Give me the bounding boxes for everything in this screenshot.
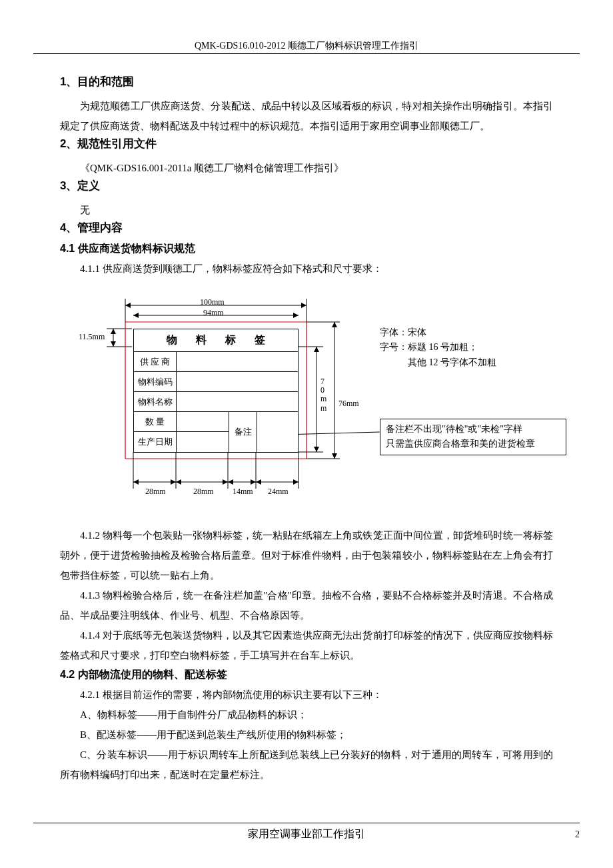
sec414: 4.1.4 对于底纸等无包装送货物料，以及其它因素造供应商无法出货前打印标签的情… (60, 625, 553, 665)
sec42b: B、配送标签——用于配送到总装生产线所使用的物料标签； (60, 725, 553, 745)
footer-title: 家用空调事业部工作指引 (53, 827, 560, 841)
sec421: 4.2.1 根据目前运作的需要，将内部物流使用的标识主要有以下三种： (60, 685, 553, 705)
dim70-3: m (320, 394, 326, 403)
dim-94mm: 94mm (203, 308, 224, 318)
font-note-line3: 其他 12 号字体不加粗 (380, 355, 496, 370)
font-note-line1: 字体：宋体 (380, 325, 496, 340)
sec413: 4.1.3 物料检验合格后，统一在备注栏加盖"合格"印章。抽检不合格，要贴不合格… (60, 585, 553, 625)
remark-note-box: 备注栏不出现"待检"或"未检"字样 只需盖供应商合格章和美的进货检章 (380, 419, 566, 455)
dim-76mm: 76mm (338, 399, 359, 409)
page-footer: 家用空调事业部工作指引 2 (33, 823, 580, 841)
sec2-ref: 《QMK-GDS16.001-2011a 顺德工厂物料仓储管理工作指引》 (60, 158, 553, 178)
sec3-body: 无 (60, 200, 553, 220)
dim-70mm: 7 0 m m (320, 377, 326, 413)
dim70-2: 0 (320, 385, 324, 395)
dim70-1: 7 (320, 377, 324, 386)
content: 1、目的和范围 为规范顺德工厂供应商送货、分装配送、成品中转以及区域看板的标识，… (33, 74, 580, 785)
dim-b1: 28mm (145, 487, 166, 497)
sec1-para: 为规范顺德工厂供应商送货、分装配送、成品中转以及区域看板的标识，特对相关操作出明… (60, 96, 553, 136)
sec42a: A、物料标签——用于自制件分厂成品物料的标识； (60, 705, 553, 725)
font-note-l2b: 标题 16 号加粗； (408, 342, 478, 352)
sec42c: C、分装车标识——用于标识周转车上所配送到总装线上已分装好的物料，对于通用的周转… (60, 745, 553, 785)
label-row-code: 物料编码 (134, 372, 177, 391)
sec41-title: 4.1 供应商送货物料标识规范 (60, 242, 553, 256)
sec411: 4.1.1 供应商送货到顺德工厂，物料标签应符合如下格式和尺寸要求： (60, 259, 553, 279)
material-label-sample: 物 料 标 签 供 应 商 物料编码 物料名称 数 量 (133, 329, 299, 453)
label-remark-header: 备注 (229, 412, 257, 452)
label-row-supplier: 供 应 商 (134, 352, 177, 371)
dim-b4: 24mm (268, 487, 289, 497)
header-rule (33, 53, 580, 54)
font-note: 字体：宋体 字号：标题 16 号加粗； 其他 12 号字体不加粗 (380, 325, 496, 370)
font-note-line2: 字号：标题 16 号加粗； (380, 340, 496, 355)
dim-11-5mm: 11.5mm (79, 332, 105, 342)
label-row-name: 物料名称 (134, 392, 177, 411)
sec1-title: 1、目的和范围 (60, 74, 553, 89)
dim-b3: 14mm (233, 487, 253, 497)
dim-100mm: 100mm (200, 297, 225, 307)
label-diagram: 100mm 94mm 11.5mm 7 0 m m 76mm 28mm 28mm… (60, 292, 606, 519)
sec2-title: 2、规范性引用文件 (60, 136, 553, 151)
label-row-qty: 数 量 (134, 412, 177, 431)
label-row-date: 生产日期 (134, 432, 177, 452)
sec42-title: 4.2 内部物流使用的物料、配送标签 (60, 668, 553, 682)
remark-note-l2: 只需盖供应商合格章和美的进货检章 (386, 437, 560, 451)
page-header: QMK-GDS16.010-2012 顺德工厂物料标识管理工作指引 (33, 40, 580, 52)
sec3-title: 3、定义 (60, 178, 553, 193)
dim-b2: 28mm (193, 487, 214, 497)
remark-note-l1: 备注栏不出现"待检"或"未检"字样 (386, 422, 560, 437)
label-sample-title: 物 料 标 签 (134, 329, 298, 352)
dim70-4: m (320, 403, 326, 413)
sec412: 4.1.2 物料每一个包装贴一张物料标签，统一粘贴在纸箱左上角或铁笼正面中间位置… (60, 525, 553, 585)
font-note-prefix: 字号： (380, 342, 408, 352)
footer-rule (33, 823, 580, 823)
label-remark-cell (257, 412, 298, 452)
sec4-title: 4、管理内容 (60, 220, 553, 235)
page-number: 2 (560, 829, 580, 840)
